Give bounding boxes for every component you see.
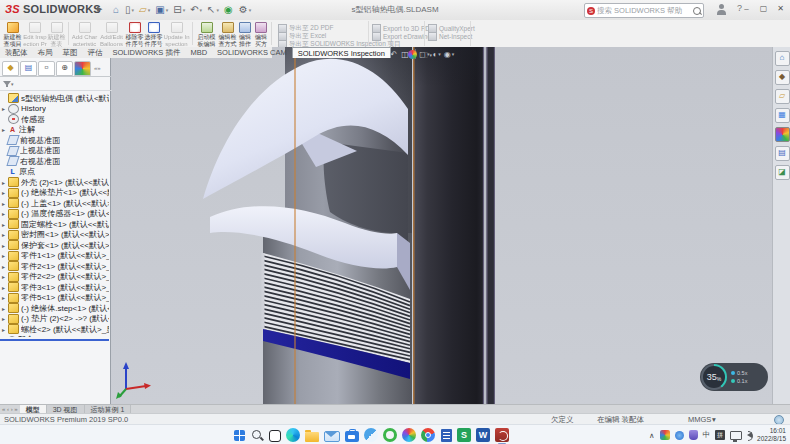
tree-item[interactable]: ▸ A 注解 [0,125,109,136]
custom-properties-icon[interactable]: ▤ [775,146,790,161]
edit-appearance-icon[interactable] [408,50,417,59]
solidworks-taskbar-icon[interactable] [495,428,509,442]
ribbon-button[interactable] [68,22,69,45]
minimize-button[interactable]: – [739,2,754,16]
weather-icon[interactable] [364,428,378,442]
defender-shield-icon[interactable] [689,430,698,440]
solidworks-resources-icon[interactable]: ⌂ [775,51,790,66]
tree-item[interactable]: ▸ History [0,104,109,115]
tree-item[interactable]: ▸ 零件5<1> (默认<<默认>_显示状态 [0,293,109,304]
view-settings-icon[interactable]: ▢▾ [421,50,432,59]
tray-chevron-icon[interactable]: ∧ [649,431,655,440]
tree-item[interactable]: ▸ (-) 上盖<1> (默认<<默认>_显示状态 [0,198,109,209]
ribbon-tab[interactable]: 草图 [58,47,83,58]
edge-browser-icon[interactable] [286,428,300,442]
rebuild-icon[interactable]: ◉ [223,2,235,17]
ribbon-tab[interactable]: SOLIDWORKS Inspection [292,47,391,58]
new-inspection-sheet-button[interactable]: 新建检查表 [47,21,66,47]
configurationmanager-tab[interactable]: ¤ [38,61,55,76]
view-palette-icon[interactable]: ▦ [775,108,790,123]
add-characteristic-button[interactable]: Add Characteristic [71,21,98,47]
tree-filter[interactable]: ▾ [0,77,112,91]
display-tray-icon[interactable] [730,431,742,440]
zoom-indicator-badge[interactable]: 35% 0.5x 0.1x [700,363,768,391]
tree-splitter-bar[interactable] [0,339,109,341]
new-inspection-project-button[interactable]: 新建检查项目 (amp;M) [2,21,23,48]
previous-view-icon[interactable]: ↶ [391,50,399,59]
tree-item[interactable]: ▸ 前视基准面 [0,135,109,146]
edit-inspection-project-button[interactable]: Edit Inspection Project [23,21,47,48]
tab-overflow-arrows[interactable]: «» [94,65,101,71]
ime-icon[interactable]: 拼 [715,430,725,440]
restore-button[interactable]: ▢ [756,2,771,16]
login-user-icon[interactable] [716,4,726,15]
green-s-app-icon[interactable]: S [457,428,471,442]
file-explorer-icon[interactable] [305,432,319,442]
reader-app-icon[interactable] [441,429,452,442]
input-language-indicator[interactable]: 中 [703,430,711,440]
tree-item[interactable]: ▸ 右视基准面 [0,156,109,167]
new-file-icon[interactable]: ▯ ▾ [124,2,135,17]
edit-operations-button[interactable]: 编辑操作 [237,21,253,47]
select-icon[interactable]: ↖ ▾ [206,2,220,17]
tree-item[interactable]: ▸ 零件1<1> (默认<<默认>_显示状态 [0,251,109,262]
tree-item[interactable]: ▸ (-) 绝缘垫片<1> (默认<<默认>_显示状 [0,188,109,199]
ribbon-tab[interactable]: 评估 [83,47,108,58]
launch-template-editor-button[interactable]: 启动模板编辑器 [195,21,218,48]
tree-item[interactable]: ▸ 配合 [0,335,109,338]
tree-item[interactable]: ▸ (-) 温度传感器<1> (默认<<默认>_显 [0,209,109,220]
displaymanager-tab[interactable]: ● [74,61,91,76]
update-inspection-project-button[interactable]: Update Inspection Project [163,21,190,48]
select-balloons-button[interactable]: 选择零件序号 [144,21,163,47]
tree-item[interactable]: ▸ 螺栓<2> (默认<<默认>_显示状态 [0,324,109,335]
tray-app-icon[interactable] [675,431,684,440]
word-icon[interactable]: W [476,428,490,442]
tree-item[interactable]: ▸ 零件3<1> (默认<<默认>_显示状态 [0,282,109,293]
tree-item[interactable]: ▸ (-) 垫片 (2)<2> ->? (默认<<默认>_显 [0,314,109,325]
zoom-speed-option[interactable]: 0.5x [731,370,747,376]
expand-arrow-icon[interactable]: ▸ [2,336,8,337]
logo-flyout-arrow-icon[interactable]: ▶ [97,5,102,13]
propertymanager-tab[interactable]: ▤ [20,61,37,76]
close-button[interactable]: ✕ [773,2,788,16]
appearances-scenes-icon[interactable] [775,127,790,142]
search-button[interactable] [250,428,264,442]
print-icon[interactable]: ⊟ ▾ [172,2,186,17]
ribbon-tab[interactable]: 布局 [33,47,58,58]
tree-item[interactable]: ▸ s型铝轴热电偶 (默认<默认_显示状态-1> [0,93,109,104]
ribbon-button[interactable] [271,22,272,45]
edit-inspection-methods-button[interactable]: 编辑检查方式 [218,21,237,47]
tree-item[interactable]: ▸ 外壳 (2)<1> (默认<<默认>_显示状态 [0,177,109,188]
filter-dropdown-icon[interactable]: ▾ [11,81,14,87]
tree-item[interactable]: ▸ 传感器 [0,114,109,125]
hide-show-items-icon[interactable]: ◉ ▾ [444,50,455,59]
display-style-icon[interactable]: ◐ ▾ [432,50,440,59]
mail-icon[interactable] [324,431,340,442]
microsoft-store-icon[interactable] [345,431,359,442]
export-menu-item[interactable]: Net-Inspect [428,32,472,41]
search-input[interactable]: S 搜索 SOLIDWORKS 帮助 [584,3,704,18]
color-wheel-app-icon[interactable] [402,428,416,442]
ribbon-tab[interactable]: SOLIDWORKS CAM [212,47,292,58]
dimxpertmanager-tab[interactable]: ⊕ [56,61,73,76]
ribbon-tab[interactable]: 装配体 [0,47,33,58]
ribbon-tab[interactable]: SOLIDWORKS 插件 [108,47,186,58]
zoom-speed-option[interactable]: 0.1x [731,378,747,384]
task-view-button[interactable] [269,430,281,442]
design-library-icon[interactable]: ◆ [775,70,790,85]
featuremanager-tab[interactable]: ◆ [2,61,19,76]
graphics-viewport[interactable]: ◎ ▭ ↶ ◫ ▾ ◻ ▾ ◐ ▾ ◉ ▾ [110,47,772,404]
edit-customers-button[interactable]: 编辑买方 [253,21,269,47]
tree-item[interactable]: ▸ 固定螺栓<1> (默认<<默认>_显示状 [0,219,109,230]
add-edit-balloons-button[interactable]: Add/Edit Balloons [98,21,125,47]
open-file-icon[interactable]: ▱ ▾ [138,2,151,17]
ribbon-button[interactable] [192,22,193,45]
tree-item[interactable]: ▸ 零件2<1> (默认<<默认>_显示状态 [0,261,109,272]
file-explorer-icon[interactable]: ▱ [775,89,790,104]
tree-item[interactable]: ▸ 保护套<1> (默认<<默认>_显示状态 [0,240,109,251]
undo-icon[interactable]: ↶ ▾ [189,2,203,17]
export-menu-item[interactable]: Export eDrawing [372,32,431,41]
speaker-icon[interactable] [747,432,752,438]
security-shield-icon[interactable] [660,430,670,440]
search-icon[interactable] [693,7,701,15]
